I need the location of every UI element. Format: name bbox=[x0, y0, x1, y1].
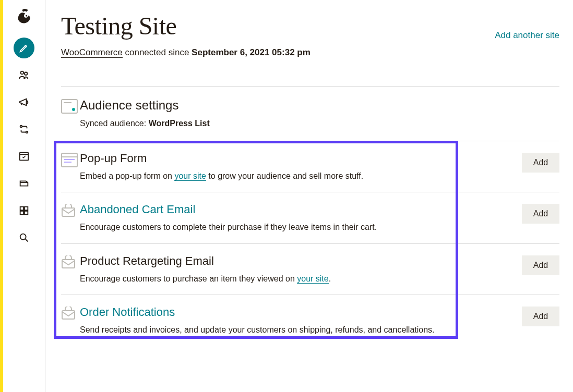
retargeting-desc: Encourage customers to purchase an item … bbox=[80, 273, 501, 285]
retargeting-row: Product Retargeting Email Encourage cust… bbox=[61, 244, 559, 295]
svg-rect-14 bbox=[62, 260, 75, 268]
nav-campaigns-icon[interactable] bbox=[14, 92, 34, 113]
popup-form-icon bbox=[61, 153, 80, 169]
your-site-link-1[interactable]: your site bbox=[174, 172, 206, 181]
svg-point-12 bbox=[20, 234, 26, 240]
left-nav bbox=[3, 0, 45, 392]
popup-form-row: Pop-up Form Embed a pop-up form on your … bbox=[61, 141, 559, 192]
mailchimp-logo[interactable] bbox=[11, 4, 37, 29]
nav-audience-icon[interactable] bbox=[14, 65, 34, 85]
order-notifications-row: Order Notifications Send receipts and in… bbox=[61, 295, 559, 339]
nav-website-icon[interactable] bbox=[14, 146, 34, 167]
svg-point-2 bbox=[26, 15, 27, 17]
order-notifications-title[interactable]: Order Notifications bbox=[80, 305, 501, 319]
svg-rect-13 bbox=[62, 208, 75, 216]
svg-rect-8 bbox=[20, 207, 23, 210]
add-retargeting-button[interactable]: Add bbox=[522, 255, 559, 275]
synced-audience-label: Synced audience: bbox=[80, 119, 149, 128]
svg-point-5 bbox=[20, 126, 22, 128]
abandoned-cart-desc: Encourage customers to complete their pu… bbox=[80, 222, 501, 233]
svg-point-4 bbox=[25, 72, 27, 76]
audience-settings-title: Audience settings bbox=[80, 98, 553, 113]
svg-rect-9 bbox=[25, 207, 28, 210]
retargeting-icon bbox=[61, 255, 80, 269]
audience-settings-icon bbox=[61, 99, 80, 116]
nav-integrations-icon[interactable] bbox=[14, 200, 34, 221]
popup-form-desc: Embed a pop-up form on your site to grow… bbox=[80, 170, 501, 182]
svg-point-3 bbox=[21, 71, 24, 75]
retarget-desc-b: . bbox=[329, 274, 331, 283]
nav-content-icon[interactable] bbox=[14, 173, 34, 194]
popup-form-title: Pop-up Form bbox=[80, 152, 501, 165]
popup-desc-b: to grow your audience and sell more stuf… bbox=[206, 172, 363, 180]
svg-rect-11 bbox=[25, 211, 28, 214]
add-popup-button[interactable]: Add bbox=[522, 153, 559, 173]
order-notifications-desc: Send receipts and invoices, and update y… bbox=[80, 324, 501, 336]
page-title: Testing Site bbox=[61, 11, 311, 40]
connection-subtitle: WooCommerce connected since September 6,… bbox=[61, 47, 311, 58]
connected-date: September 6, 2021 05:32 pm bbox=[192, 47, 311, 57]
retarget-desc-a: Encourage customers to purchase an item … bbox=[80, 274, 297, 283]
connected-since-text: connected since bbox=[123, 47, 192, 57]
svg-rect-10 bbox=[20, 211, 23, 214]
platform-link[interactable]: WooCommerce bbox=[61, 47, 123, 58]
nav-automations-icon[interactable] bbox=[14, 119, 34, 140]
synced-audience-value: WordPress List bbox=[149, 119, 210, 128]
add-abandoned-button[interactable]: Add bbox=[522, 204, 559, 224]
add-another-site-link[interactable]: Add another site bbox=[495, 30, 559, 40]
nav-create-icon[interactable] bbox=[14, 38, 34, 58]
order-notifications-icon bbox=[61, 307, 80, 320]
abandoned-cart-row: Abandoned Cart Email Encourage customers… bbox=[61, 192, 559, 243]
retargeting-title: Product Retargeting Email bbox=[80, 254, 501, 268]
audience-settings-section: Audience settings Synced audience: WordP… bbox=[61, 87, 559, 141]
svg-rect-7 bbox=[20, 153, 29, 161]
popup-desc-a: Embed a pop-up form on bbox=[80, 172, 174, 180]
abandoned-cart-icon bbox=[61, 204, 80, 217]
nav-search-icon[interactable] bbox=[14, 227, 34, 248]
add-order-button[interactable]: Add bbox=[522, 307, 559, 326]
svg-rect-15 bbox=[62, 311, 75, 319]
main-content: Testing Site WooCommerce connected since… bbox=[45, 0, 573, 392]
suggestions-list: Pop-up Form Embed a pop-up form on your … bbox=[61, 141, 559, 339]
your-site-link-2[interactable]: your site bbox=[297, 274, 328, 284]
svg-point-6 bbox=[26, 131, 28, 133]
abandoned-cart-title[interactable]: Abandoned Cart Email bbox=[80, 203, 501, 216]
